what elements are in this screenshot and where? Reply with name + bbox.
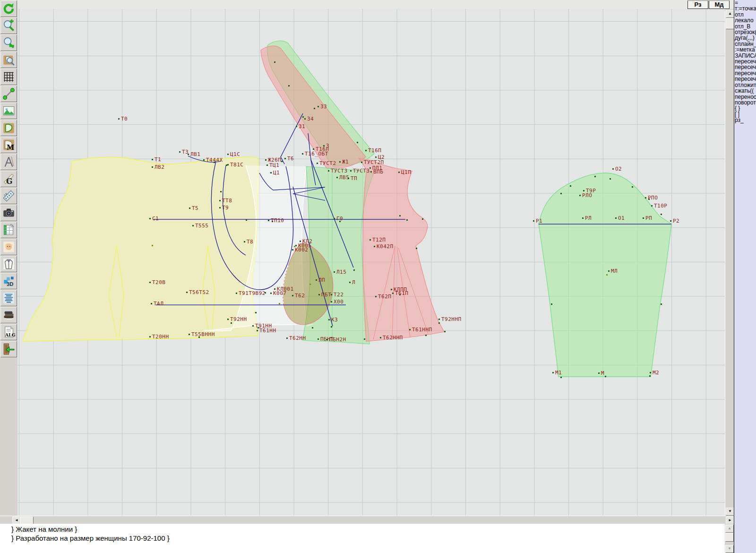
textarea-vscrollbar[interactable]: ▲ ▼ [725, 524, 734, 553]
point-marker [560, 377, 562, 378]
camera-icon[interactable] [0, 205, 17, 221]
undo-icon[interactable] [0, 0, 17, 17]
point-label: ВПБ [373, 169, 383, 175]
scroll-down-icon[interactable]: ▼ [725, 545, 734, 553]
books-icon[interactable] [0, 307, 17, 323]
jacket-icon[interactable] [0, 256, 17, 272]
canvas-hscrollbar[interactable]: ◄ ► [0, 516, 734, 524]
point-marker [296, 126, 297, 127]
point-marker [375, 296, 377, 297]
point-marker [316, 279, 317, 281]
zoom-out-icon[interactable] [0, 35, 17, 51]
point-label: Т22 [334, 292, 344, 298]
point-label: Т16П [368, 147, 382, 154]
point-label: Р2 [673, 218, 679, 224]
md-button[interactable]: Мд [709, 0, 730, 9]
point-marker [300, 241, 301, 242]
point-marker [438, 322, 440, 324]
point-marker [192, 225, 194, 226]
command-item-20[interactable]: рз_ [734, 117, 756, 123]
point-marker [274, 288, 275, 290]
point-label: К3 [331, 317, 338, 323]
point-marker [651, 205, 653, 207]
command-list-panel: =т:=точкаотллекалоотл_Вотрезок(дуга(,,,)… [734, 0, 756, 553]
command-item-13[interactable]: пересеч [734, 76, 756, 82]
command-item-11[interactable]: пересеч [734, 64, 756, 70]
ruler-g-icon[interactable]: G [0, 171, 17, 187]
pattern-drawing: Т0Т3ЛВ1Т1Т444ХЦ1СЛВ2Т81СЖ26ПТЦ1Ц1Т6ЗТ16Л… [17, 9, 725, 516]
compass-icon[interactable] [0, 154, 17, 170]
point-marker [594, 176, 596, 177]
point-marker [309, 284, 311, 285]
table-icon[interactable] [0, 222, 17, 238]
list-icon[interactable] [0, 290, 17, 306]
picture-icon[interactable] [0, 103, 17, 119]
point-marker [292, 295, 293, 296]
textarea-scroll-thumb[interactable] [725, 533, 734, 542]
alg-icon[interactable]: ALG [0, 324, 17, 340]
grid-icon[interactable] [0, 69, 17, 85]
scroll-down-icon[interactable]: ▼ [726, 508, 734, 516]
top-strip: Рз Мд [17, 0, 734, 9]
point-label: МЛ [611, 268, 618, 274]
svg-text:G: G [6, 177, 12, 185]
point-marker [227, 164, 229, 165]
front-piece-red[interactable] [359, 158, 444, 341]
point-marker [279, 303, 280, 304]
point-label: Т61НН [259, 328, 276, 334]
point-marker [612, 168, 614, 170]
point-marker [244, 241, 245, 242]
scroll-up-icon[interactable]: ▲ [725, 525, 734, 533]
point-marker [334, 218, 335, 219]
piece-green-icon[interactable] [0, 120, 17, 136]
pattern-canvas[interactable]: Т0Т3ЛВ1Т1Т444ХЦ1СЛВ2Т81СЖ26ПТЦ1Ц1Т6ЗТ16Л… [17, 9, 725, 516]
point-marker [357, 142, 358, 143]
point-label: Т8 [247, 239, 253, 245]
point-marker [334, 271, 335, 273]
command-item-6[interactable]: дуга(,,,) [734, 35, 756, 41]
piece-m-icon[interactable]: M [0, 137, 17, 153]
ruler-icon[interactable]: 7 8 [0, 188, 17, 204]
point-marker [551, 303, 552, 305]
point-label: Т91Т9В92 [239, 290, 266, 296]
point-label: ТАЛ [154, 301, 163, 307]
point-marker [643, 217, 644, 219]
script-text-area[interactable]: } Жакет на молнии } } Разработано на раз… [0, 524, 725, 553]
rz-button[interactable]: Рз [687, 0, 708, 9]
piece-zoom-icon[interactable] [0, 52, 17, 68]
sleeve-piece[interactable] [539, 173, 671, 377]
point-marker [650, 372, 651, 373]
point-marker [189, 207, 190, 209]
point-marker [265, 159, 266, 161]
point-marker [416, 248, 417, 249]
command-item-18[interactable]: { } [734, 105, 756, 111]
photo-icon[interactable] [0, 239, 17, 255]
command-item-8[interactable]: :=метка [734, 47, 756, 52]
point-marker [152, 245, 153, 246]
command-item-3[interactable]: лекало [734, 17, 756, 23]
point-marker [438, 319, 440, 320]
point-marker [375, 156, 377, 158]
point-marker [608, 270, 610, 272]
segment-icon[interactable] [0, 86, 17, 102]
threed-icon[interactable]: 3D [0, 273, 17, 289]
command-item-15[interactable]: сжать(( [734, 88, 756, 94]
point-marker [399, 215, 401, 216]
point-marker [552, 372, 554, 373]
point-marker [364, 338, 365, 340]
point-marker [353, 269, 355, 271]
command-item-1[interactable]: т:=точка [734, 6, 756, 11]
zoom-in-icon[interactable] [0, 17, 17, 34]
point-marker [220, 191, 222, 192]
canvas-vscrollbar[interactable]: ▲ ▼ [725, 9, 734, 516]
point-label: Т9 [222, 205, 229, 211]
scroll-up-icon[interactable]: ▲ [726, 10, 734, 18]
hscroll-thumb[interactable] [20, 517, 34, 524]
point-marker [380, 337, 381, 338]
collar-piece-red[interactable] [261, 46, 366, 169]
point-label: Т61ННП [412, 327, 432, 333]
point-marker [203, 159, 205, 161]
exit-icon[interactable] [0, 341, 17, 357]
point-marker [302, 153, 303, 155]
vscroll-thumb[interactable] [726, 18, 734, 29]
